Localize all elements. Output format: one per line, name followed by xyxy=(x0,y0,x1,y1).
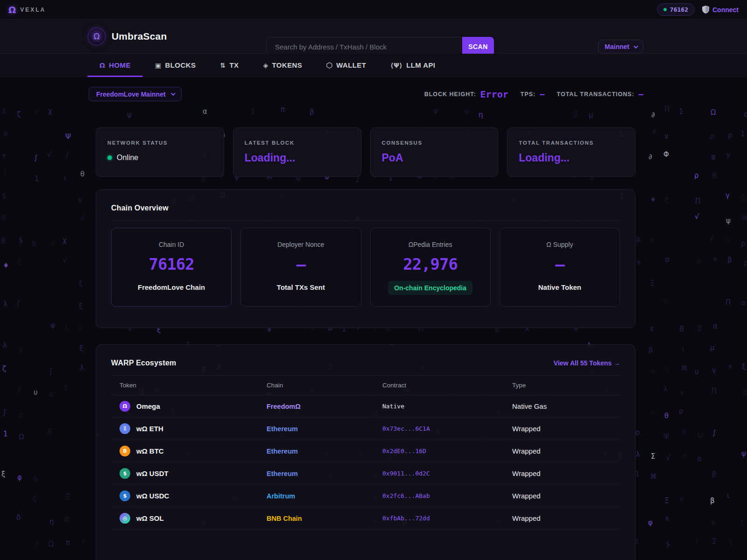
token-contract[interactable]: Native xyxy=(382,403,512,410)
chain-id-card: Chain ID 76162 FreedomLove Chain xyxy=(111,228,232,307)
panel-title: WARP Ecosystem xyxy=(111,359,176,367)
connect-label: Connect xyxy=(712,6,739,14)
token-contract[interactable]: 0x73ec...6C1A xyxy=(382,425,512,432)
nav-item-llm-api[interactable]: ⟨Ψ⟩ LLM API xyxy=(390,54,435,77)
chain-overview-panel: Chain Overview Chain ID 76162 FreedomLov… xyxy=(96,189,635,328)
nav-label: TX xyxy=(229,61,239,69)
tps-value: — xyxy=(540,90,544,99)
card-label: CONSENSUS xyxy=(382,140,487,146)
total-tx-value: — xyxy=(639,90,643,99)
col-header-contract: Contract xyxy=(382,382,512,389)
latest-block-card: LATEST BLOCK Loading... xyxy=(233,127,361,177)
token-name: wΩ BTC xyxy=(136,447,164,455)
top-bar: Ω VEXLA 76162 Connect xyxy=(0,0,747,20)
omega-icon: Ω xyxy=(99,62,105,69)
card-value: Online xyxy=(117,154,138,162)
nav-item-tokens[interactable]: ◈ TOKENS xyxy=(263,54,302,77)
nav-label: BLOCKS xyxy=(165,61,196,69)
token-contract[interactable]: 0xfbAb...72dd xyxy=(382,515,512,522)
token-type: Native Gas xyxy=(512,402,620,410)
network-select-value: Mainnet xyxy=(605,43,629,50)
total-tx-stat: TOTAL TRANSACTIONS: — xyxy=(557,90,643,99)
app-title: UmbraScan xyxy=(112,31,167,42)
connect-button[interactable]: Connect xyxy=(702,6,739,14)
token-row[interactable]: B wΩ BTC Ethereum 0x2dE0...16D Wrapped xyxy=(111,440,620,462)
token-chain: Ethereum xyxy=(267,470,382,477)
stat-label: Ω Supply xyxy=(546,241,573,248)
total-transactions-card: TOTAL TRANSACTIONS Loading... xyxy=(507,127,635,177)
token-row[interactable]: Ω Omega FreedomΩ Native Native Gas xyxy=(111,395,620,418)
token-name: wΩ USDT xyxy=(136,469,169,477)
card-label: LATEST BLOCK xyxy=(245,140,350,146)
status-cards-row: NETWORK STATUS Online LATEST BLOCK Loadi… xyxy=(96,127,635,177)
umbrascan-logo-icon: Ω xyxy=(88,28,106,45)
nav-item-home[interactable]: Ω HOME xyxy=(99,54,131,77)
view-all-tokens-link[interactable]: View All 55 Tokens → xyxy=(554,359,620,367)
warp-ecosystem-panel: WARP Ecosystem View All 55 Tokens → Toke… xyxy=(96,344,635,560)
token-name: wΩ USDC xyxy=(136,492,169,500)
chain-id-badge: 76162 xyxy=(657,3,695,16)
token-name: wΩ SOL xyxy=(136,514,164,522)
block-height-value: Error xyxy=(480,89,508,100)
app-logo-wrap: Ω UmbraScan xyxy=(88,28,167,45)
col-header-token: Token xyxy=(120,382,267,389)
token-chain: Arbitrum xyxy=(267,492,382,500)
deployer-nonce-card: Deployer Nonce — Total TXs Sent xyxy=(240,228,361,307)
network-select-dropdown[interactable]: Mainnet xyxy=(598,40,643,54)
omega-supply-card: Ω Supply — Native Token xyxy=(500,228,620,307)
card-value: Loading... xyxy=(519,152,624,164)
shield-icon xyxy=(702,6,709,14)
card-label: NETWORK STATUS xyxy=(107,140,212,146)
page: χφτλ$ρθ♦λλζ∫1ξζ$Ξ∫χ∫σΩφδ√∫1αυδξβχ√σφ∫οΒη… xyxy=(0,0,747,560)
stat-sub: FreedomLove Chain xyxy=(138,283,205,291)
token-name: wΩ ETH xyxy=(136,425,163,433)
network-picker-dropdown[interactable]: FreedomLove Mainnet xyxy=(89,87,182,101)
omegapedia-entries-card: ΩPedia Entries 22,976 On-chain Encyclope… xyxy=(370,228,491,307)
stat-value: 22,976 xyxy=(403,255,458,273)
stat-label: Deployer Nonce xyxy=(277,241,324,248)
chevron-down-icon xyxy=(634,44,638,49)
col-header-chain: Chain xyxy=(267,382,382,389)
token-icon: Ω xyxy=(120,401,130,412)
tps-label: TPS: xyxy=(521,91,536,98)
col-header-type: Type xyxy=(512,382,620,389)
nav-item-blocks[interactable]: ▣ BLOCKS xyxy=(155,54,196,77)
chevron-down-icon xyxy=(171,91,176,96)
token-type: Wrapped xyxy=(512,469,620,477)
tokens-diamond-icon: ◈ xyxy=(263,62,268,69)
token-row[interactable]: ◎ wΩ SOL BNB Chain 0xfbAb...72dd Wrapped xyxy=(111,507,620,530)
token-table: Token Chain Contract Type Ω Omega Freedo… xyxy=(96,376,635,530)
nav-label: WALLET xyxy=(336,61,366,69)
chain-id-value: 76162 xyxy=(670,6,688,13)
nav-label: HOME xyxy=(109,61,131,69)
blocks-icon: ▣ xyxy=(155,62,162,69)
network-status-card: NETWORK STATUS Online xyxy=(96,127,224,177)
token-contract[interactable]: 0x9011...0d2C xyxy=(382,470,512,477)
token-chain: BNB Chain xyxy=(267,515,382,522)
token-row[interactable]: $ wΩ USDC Arbitrum 0x2fc6...ABab Wrapped xyxy=(111,485,620,507)
total-tx-label: TOTAL TRANSACTIONS: xyxy=(557,91,634,98)
main-nav: Ω HOME ▣ BLOCKS ⇅ TX ◈ TOKENS WALLET xyxy=(0,54,747,77)
stat-label: ΩPedia Entries xyxy=(409,241,452,248)
top-bar-right: 76162 Connect xyxy=(657,3,739,16)
token-chain: Ethereum xyxy=(267,448,382,455)
token-name: Omega xyxy=(136,402,160,410)
token-icon: ◎ xyxy=(120,513,130,524)
brand-name: VEXLA xyxy=(20,7,46,13)
token-row[interactable]: Ξ wΩ ETH Ethereum 0x73ec...6C1A Wrapped xyxy=(111,418,620,440)
network-picker-value: FreedomLove Mainnet xyxy=(96,91,166,98)
token-contract[interactable]: 0x2fc6...ABab xyxy=(382,492,512,499)
consensus-card: CONSENSUS PoA xyxy=(370,127,499,177)
nav-item-wallet[interactable]: WALLET xyxy=(326,54,366,77)
block-height-label: BLOCK HEIGHT: xyxy=(424,91,476,98)
token-row[interactable]: $ wΩ USDT Ethereum 0x9011...0d2C Wrapped xyxy=(111,462,620,485)
logo-glyph: Ω xyxy=(94,32,100,41)
token-icon: Ξ xyxy=(120,423,130,434)
stat-value: — xyxy=(296,255,305,273)
panel-title: Chain Overview xyxy=(111,204,169,212)
card-value: PoA xyxy=(382,152,487,164)
tx-arrows-icon: ⇅ xyxy=(220,62,226,69)
token-contract[interactable]: 0x2dE0...16D xyxy=(382,448,512,455)
nav-item-tx[interactable]: ⇅ TX xyxy=(220,54,239,77)
llm-psi-icon: ⟨Ψ⟩ xyxy=(390,62,402,69)
